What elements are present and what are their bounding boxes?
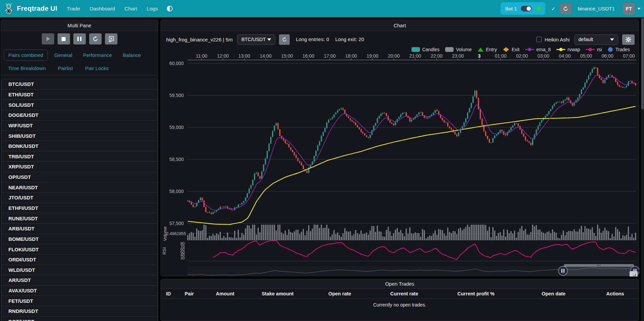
svg-text:02:00: 02:00 bbox=[516, 53, 528, 59]
cancel-open-orders-button[interactable] bbox=[105, 33, 117, 44]
open-trades-title: Open Trades bbox=[161, 279, 639, 289]
open-trades-empty-message: Currently no open trades. bbox=[161, 302, 639, 308]
plot-config-select[interactable]: default bbox=[574, 34, 618, 45]
pair-row[interactable]: AR/USDT bbox=[2, 275, 157, 286]
resize-grip[interactable] bbox=[630, 271, 638, 277]
bot-selector[interactable]: Bot 1 bbox=[501, 2, 545, 15]
chevron-down-icon[interactable] bbox=[637, 8, 641, 10]
svg-text:13:00: 13:00 bbox=[238, 53, 250, 59]
pair-select-value: BTC/USDT bbox=[241, 37, 266, 42]
heikin-ashi-label: Heikin Ashi bbox=[545, 37, 570, 42]
reload-config-button[interactable] bbox=[89, 33, 102, 44]
long-exit-count: Long exit: 20 bbox=[335, 37, 364, 42]
svg-text:15:00: 15:00 bbox=[281, 53, 293, 59]
pair-row[interactable]: OP/USDT bbox=[2, 172, 157, 183]
pair-row[interactable]: DOGE/USDT bbox=[2, 110, 157, 121]
svg-text:2.4862855: 2.4862855 bbox=[166, 231, 186, 236]
open-trades-columns: IDPairAmountStake amountOpen rateCurrent… bbox=[161, 289, 639, 299]
account-name: binance_USDT1 bbox=[578, 6, 615, 11]
chevron-down-icon bbox=[267, 38, 271, 41]
nav-item-logs[interactable]: Logs bbox=[147, 6, 158, 12]
theme-toggle-icon[interactable] bbox=[167, 5, 173, 12]
pair-row[interactable]: WLD/USDT bbox=[2, 265, 157, 276]
pair-row[interactable]: XRP/USDT bbox=[2, 162, 157, 172]
svg-text:07:00: 07:00 bbox=[623, 53, 635, 59]
chart-panel: Chart high_frog_binance_v226 | 5m BTC/US… bbox=[160, 20, 639, 276]
pair-row[interactable]: NEAR/USDT bbox=[2, 182, 157, 193]
stop-button[interactable] bbox=[58, 33, 70, 44]
column-header-current-profit-: Current profit % bbox=[436, 291, 515, 296]
tab-pairlist[interactable]: Pairlist bbox=[53, 63, 77, 73]
tabs-divider bbox=[1, 75, 158, 75]
pair-select[interactable]: BTC/USDT bbox=[237, 34, 275, 45]
pair-row[interactable]: SHIB/USDT bbox=[2, 131, 157, 141]
column-header-stake-amount: Stake amount bbox=[248, 291, 308, 296]
multi-pane-panel: Multi Pane Pairs combinedGeneralPerform bbox=[1, 20, 158, 321]
page-scrollbar-thumb[interactable] bbox=[641, 18, 644, 109]
tab-pair-locks[interactable]: Pair Locks bbox=[81, 63, 113, 73]
pair-row[interactable]: BONK/USDT bbox=[2, 141, 157, 152]
avatar[interactable]: FT bbox=[623, 3, 635, 15]
column-header-actions: Actions bbox=[592, 291, 639, 296]
pair-row[interactable]: FLOKI/USDT bbox=[2, 244, 157, 255]
panel-title: Multi Pane bbox=[1, 20, 158, 31]
check-icon: ✓ bbox=[551, 6, 556, 12]
tab-performance[interactable]: Performance bbox=[79, 50, 116, 60]
refresh-button[interactable] bbox=[560, 3, 572, 14]
svg-text:30: 30 bbox=[180, 256, 185, 260]
svg-text:01:00: 01:00 bbox=[495, 53, 506, 59]
pause-button[interactable] bbox=[73, 33, 86, 44]
strategy-label: high_frog_binance_v226 | 5m bbox=[166, 37, 232, 42]
svg-text:23:00: 23:00 bbox=[452, 53, 464, 59]
open-trades-panel: Open Trades IDPairAmountStake amountOpen… bbox=[160, 279, 639, 321]
pair-row[interactable]: DOT/USDT bbox=[2, 317, 157, 321]
nav-item-chart[interactable]: Chart bbox=[124, 6, 137, 12]
tab-balance[interactable]: Balance bbox=[118, 50, 145, 60]
pair-row[interactable]: SOL/USDT bbox=[2, 100, 157, 110]
pair-row[interactable]: AVAX/USDT bbox=[2, 286, 157, 296]
pair-row[interactable]: BTC/USDT bbox=[2, 79, 157, 90]
pair-row[interactable]: JTO/USDT bbox=[2, 193, 157, 203]
nav-item-trade[interactable]: Trade bbox=[67, 6, 80, 12]
tab-general[interactable]: General bbox=[50, 50, 76, 60]
datazoom-handle[interactable] bbox=[559, 266, 568, 276]
svg-text:14:00: 14:00 bbox=[260, 53, 272, 59]
pair-row[interactable]: BOME/USDT bbox=[2, 234, 157, 245]
pair-row[interactable]: TRB/USDT bbox=[2, 151, 157, 162]
svg-text:60,000: 60,000 bbox=[169, 61, 184, 66]
plot-settings-gear-icon[interactable] bbox=[622, 34, 635, 45]
price-chart[interactable]: 60,00059,50059,00058,50058,00057,50011:0… bbox=[161, 47, 639, 277]
svg-text:3: 3 bbox=[478, 53, 481, 59]
tab-time-breakdown[interactable]: Time Breakdown bbox=[4, 63, 50, 73]
pair-row[interactable]: RNDR/USDT bbox=[2, 306, 157, 317]
svg-text:16:00: 16:00 bbox=[302, 53, 314, 59]
column-header-amount: Amount bbox=[203, 291, 248, 296]
tab-pairs-combined[interactable]: Pairs combined bbox=[4, 50, 48, 61]
bot-control-buttons bbox=[1, 33, 158, 44]
chart-title: Chart bbox=[161, 20, 639, 31]
bot-toggle[interactable] bbox=[521, 6, 532, 11]
nav-item-dashboard[interactable]: Dashboard bbox=[90, 6, 115, 12]
column-header-open-date: Open date bbox=[515, 291, 592, 296]
svg-text:04:00: 04:00 bbox=[559, 53, 571, 59]
pair-row[interactable]: ARB/USDT bbox=[2, 224, 157, 234]
svg-text:11:00: 11:00 bbox=[196, 53, 207, 59]
heikin-ashi-checkbox[interactable] bbox=[536, 37, 542, 42]
svg-text:58,500: 58,500 bbox=[169, 157, 184, 162]
panel-tabs-row2: Time BreakdownPairlistPair Locks bbox=[4, 63, 113, 73]
pair-row[interactable]: WIF/USDT bbox=[2, 121, 157, 131]
svg-text:12:00: 12:00 bbox=[217, 53, 229, 59]
long-entries-count: Long entries: 0 bbox=[296, 37, 329, 42]
column-header-pair: Pair bbox=[176, 291, 202, 296]
chart-refresh-button[interactable] bbox=[279, 34, 290, 45]
svg-text:17:00: 17:00 bbox=[324, 53, 335, 59]
play-button[interactable] bbox=[42, 33, 54, 44]
pair-row[interactable]: FET/USDT bbox=[2, 296, 157, 306]
svg-text:59,500: 59,500 bbox=[169, 93, 184, 98]
pair-row[interactable]: RUNE/USDT bbox=[2, 213, 157, 224]
chevron-down-icon bbox=[610, 38, 614, 41]
pair-row[interactable]: ETH/USDT bbox=[2, 90, 157, 100]
bot-name: Bot 1 bbox=[505, 6, 517, 11]
pair-row[interactable]: ETHFI/USDT bbox=[2, 203, 157, 214]
pair-row[interactable]: ORDI/USDT bbox=[2, 255, 157, 265]
